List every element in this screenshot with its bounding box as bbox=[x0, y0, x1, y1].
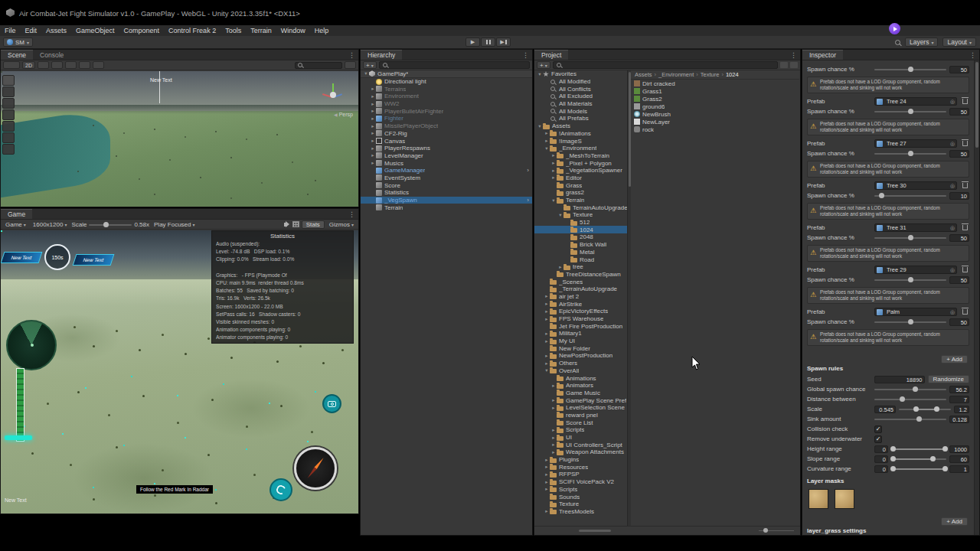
lighting-toggle[interactable] bbox=[38, 61, 49, 69]
folder-row[interactable]: ▸ NewPostProduction bbox=[534, 352, 627, 360]
menu-item[interactable]: Tools bbox=[220, 25, 246, 36]
step-button[interactable]: ▶ bbox=[496, 37, 511, 47]
foldout-arrow[interactable]: ▸ bbox=[370, 145, 376, 152]
folder-row[interactable]: 1024 bbox=[534, 226, 627, 233]
folder-row[interactable]: ▸ RFPSP bbox=[534, 471, 627, 478]
effects-dropdown[interactable] bbox=[65, 61, 77, 69]
foldout-arrow[interactable]: ▸ bbox=[370, 108, 376, 114]
foldout-arrow[interactable]: ▸ bbox=[544, 479, 550, 485]
account-dropdown[interactable]: SM ▾ bbox=[3, 37, 33, 47]
foldout-arrow[interactable]: ▸ bbox=[544, 471, 550, 478]
folder-row[interactable]: New Folder bbox=[534, 344, 627, 352]
foldout-arrow[interactable]: ▸ bbox=[550, 427, 557, 433]
folder-row[interactable]: ▸ TreesModels bbox=[534, 508, 627, 516]
panel-menu-icon[interactable]: ⋮ bbox=[790, 51, 797, 59]
foldout-arrow[interactable]: ▸ bbox=[544, 301, 550, 307]
prefab-open-arrow[interactable]: › bbox=[527, 197, 532, 204]
play-focused-dropdown[interactable]: Play Focused▾ bbox=[152, 220, 197, 229]
slope-max-field[interactable]: 60 bbox=[949, 455, 969, 463]
folder-row[interactable]: Animations bbox=[534, 374, 627, 382]
create-asset-button[interactable]: +▾ bbox=[537, 61, 550, 69]
icon-size-slider[interactable] bbox=[759, 528, 794, 533]
folder-row[interactable]: All Modified bbox=[534, 78, 627, 86]
hidden-objects-toggle[interactable] bbox=[79, 61, 90, 69]
prefab-object-field[interactable]: Palm ◎ bbox=[874, 308, 957, 316]
spawn-chance-field[interactable]: 10 bbox=[949, 192, 969, 200]
hierarchy-row[interactable]: ▸ Canvas bbox=[361, 137, 532, 145]
gizmos-dropdown[interactable] bbox=[345, 61, 356, 69]
prefab-object-field[interactable]: Tree 29 ◎ bbox=[874, 266, 957, 274]
hierarchy-row[interactable]: ▸ WW2 bbox=[361, 100, 532, 108]
folder-row[interactable]: TerrainAutoUpgrade bbox=[534, 204, 627, 211]
file-row[interactable]: rock bbox=[631, 126, 799, 133]
folder-row[interactable]: ▸ FPS Warehouse bbox=[534, 315, 627, 323]
randomize-button[interactable]: Randomize bbox=[928, 375, 969, 383]
folder-row[interactable]: ▸ LevelSelection Scene bbox=[534, 404, 627, 412]
foldout-arrow[interactable]: ▸ bbox=[544, 308, 550, 315]
foldout-arrow[interactable]: ▸ bbox=[370, 160, 376, 166]
camera-toggle-button[interactable] bbox=[322, 394, 341, 413]
panel-menu-icon[interactable]: ⋮ bbox=[348, 210, 355, 218]
folder-row[interactable]: ▸ _MeshToTerrain bbox=[534, 152, 627, 160]
foldout-arrow[interactable]: ▸ bbox=[550, 168, 557, 174]
prefab-object-field[interactable]: Tree 31 ◎ bbox=[874, 223, 957, 232]
add-prefab-button[interactable]: + Add bbox=[941, 355, 968, 364]
min-thumb[interactable] bbox=[890, 466, 896, 471]
foldout-arrow[interactable]: ▸ bbox=[544, 316, 550, 322]
layer-mask-thumbnail[interactable] bbox=[808, 489, 828, 509]
max-thumb[interactable] bbox=[942, 466, 948, 471]
folder-row[interactable]: ▸ EpicVictoryEffects bbox=[534, 308, 627, 315]
tab-scene[interactable]: Scene bbox=[1, 50, 33, 60]
sink-amount-slider[interactable] bbox=[874, 416, 946, 422]
foldout-arrow[interactable]: ▸ bbox=[370, 138, 376, 144]
hierarchy-row[interactable]: ▸ LevelManager bbox=[361, 152, 532, 160]
foldout-arrow[interactable]: ▸ bbox=[544, 138, 550, 144]
foldout-arrow[interactable]: ▾ bbox=[363, 70, 369, 77]
foldout-arrow[interactable]: ▸ bbox=[544, 130, 550, 136]
foldout-arrow[interactable]: ▸ bbox=[550, 174, 557, 181]
breadcrumb-item[interactable]: 1024 bbox=[726, 71, 739, 78]
grid-dropdown[interactable] bbox=[93, 61, 104, 69]
custom-tool-button[interactable] bbox=[2, 144, 15, 155]
scene-viewport[interactable]: New Text ◀ Persp bbox=[1, 71, 358, 207]
unity-cloud-button[interactable] bbox=[889, 23, 900, 34]
hierarchy-row[interactable]: ▸ MissilePlayerObject bbox=[361, 122, 532, 130]
spawn-chance-field[interactable]: 50 bbox=[949, 276, 969, 284]
menu-item[interactable]: Help bbox=[310, 25, 334, 36]
file-row[interactable]: Grass1 bbox=[631, 87, 799, 95]
display-dropdown[interactable]: Game▾ bbox=[3, 220, 28, 229]
hierarchy-row[interactable]: ▸ CF2-Rig bbox=[361, 130, 532, 138]
max-thumb[interactable] bbox=[930, 456, 936, 461]
add-layer-mask-button[interactable]: + Add bbox=[941, 517, 968, 526]
folder-row[interactable]: ▾ Texture bbox=[534, 211, 627, 219]
delete-entry-button[interactable] bbox=[960, 223, 969, 232]
folder-row[interactable]: _TerrainAutoUpgrade bbox=[534, 285, 627, 293]
slider-thumb[interactable] bbox=[908, 67, 913, 72]
menu-item[interactable]: GameObject bbox=[71, 25, 119, 36]
foldout-arrow[interactable]: ▸ bbox=[550, 435, 557, 441]
spawn-chance-slider[interactable] bbox=[874, 66, 946, 73]
folder-row[interactable]: Road bbox=[534, 256, 627, 263]
spawn-chance-slider[interactable] bbox=[874, 276, 946, 283]
gizmos-dropdown[interactable]: Gizmos▾ bbox=[327, 220, 356, 229]
foldout-arrow[interactable]: ▸ bbox=[370, 116, 376, 122]
folder-row[interactable]: All Materials bbox=[534, 100, 627, 108]
foldout-arrow[interactable]: ▸ bbox=[370, 86, 376, 92]
folder-row[interactable]: ▸ Plugins bbox=[534, 456, 627, 464]
folder-row[interactable]: All Prefabs bbox=[534, 115, 627, 122]
delete-entry-button[interactable] bbox=[960, 97, 969, 106]
height-max-field[interactable]: 1000 bbox=[949, 445, 969, 453]
foldout-arrow[interactable]: ▸ bbox=[370, 93, 376, 99]
folder-row[interactable]: ▸ Scripts bbox=[534, 486, 627, 494]
folder-row[interactable]: ▸ UI Controllers_Script bbox=[534, 441, 627, 448]
spawn-chance-field[interactable]: 50 bbox=[949, 108, 969, 116]
curvature-max-field[interactable]: 1 bbox=[949, 465, 969, 473]
folder-row[interactable]: ▸ air jet 2 bbox=[534, 293, 627, 301]
spawn-chance-field[interactable]: 50 bbox=[949, 318, 969, 326]
slider-thumb[interactable] bbox=[908, 277, 913, 282]
object-picker-icon[interactable]: ◎ bbox=[950, 309, 955, 315]
menu-item[interactable]: Control Freak 2 bbox=[164, 25, 220, 36]
folder-row[interactable]: ▸ !Animations bbox=[534, 130, 627, 138]
folder-row[interactable]: Jet Fire PostProduction bbox=[534, 322, 627, 330]
hierarchy-row[interactable]: Statistics bbox=[361, 189, 532, 197]
